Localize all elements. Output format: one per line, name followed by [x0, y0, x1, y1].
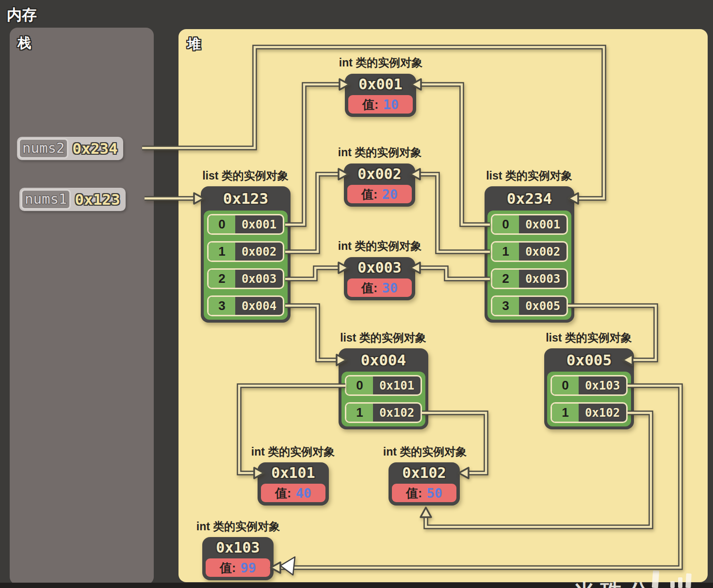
value-label: 值: — [362, 97, 378, 113]
object-address: 0x005 — [547, 348, 631, 372]
list-class-label: list 类的实例对象 — [202, 168, 289, 183]
object-address: 0x102 — [392, 462, 456, 484]
list-slot: 3 0x005 — [491, 295, 568, 316]
watermark-bars-icon — [652, 571, 659, 588]
variable-name: nums1 — [21, 189, 71, 210]
value-row: 值: 50 — [392, 484, 456, 502]
object-address: 0x123 — [204, 186, 288, 211]
list-object-0x123: 0x123 0 0x001 1 0x002 2 0x003 3 0x004 — [201, 186, 291, 323]
object-address: 0x004 — [341, 348, 425, 372]
slot-reference: 0x102 — [579, 404, 626, 422]
value-label: 值: — [361, 186, 377, 202]
object-address: 0x103 — [206, 537, 270, 558]
object-address: 0x001 — [348, 74, 413, 95]
list-slot: 1 0x002 — [491, 241, 568, 262]
page-title: 内存 — [7, 5, 37, 25]
slot-reference: 0x101 — [373, 376, 421, 394]
slot-reference: 0x103 — [579, 376, 626, 394]
watermark-bars-icon — [670, 581, 675, 588]
list-slot: 2 0x003 — [207, 268, 284, 289]
value-row: 值: 30 — [347, 278, 412, 297]
value-row: 值: 20 — [347, 185, 412, 203]
heap-panel-label: 堆 — [187, 35, 201, 53]
list-slot: 3 0x004 — [207, 295, 284, 316]
int-class-label: int 类的实例对象 — [339, 55, 423, 70]
slot-index: 0 — [209, 215, 235, 233]
slot-index: 3 — [209, 297, 235, 315]
value-number: 20 — [382, 187, 398, 202]
value-label: 值: — [275, 485, 291, 501]
slot-reference: 0x003 — [235, 270, 283, 288]
value-label: 值: — [220, 560, 236, 576]
value-number: 99 — [240, 560, 256, 575]
int-object-0x103: 0x103 值: 99 — [202, 537, 274, 580]
object-address: 0x002 — [347, 163, 412, 185]
slot-reference: 0x004 — [235, 297, 283, 315]
slot-reference: 0x005 — [519, 297, 567, 315]
slot-index: 0 — [346, 376, 373, 394]
list-slot: 0 0x001 — [491, 214, 568, 235]
value-row: 值: 99 — [206, 558, 270, 577]
stack-variable-nums1: nums1 0x123 — [19, 188, 126, 211]
list-slots: 0 0x001 1 0x002 2 0x003 3 0x004 — [204, 211, 288, 320]
value-row: 值: 10 — [348, 95, 413, 114]
slot-index: 0 — [492, 215, 519, 233]
slot-index: 1 — [552, 404, 579, 422]
int-object-0x102: 0x102 值: 50 — [389, 462, 460, 506]
slot-index: 0 — [552, 376, 579, 394]
slot-index: 1 — [492, 243, 519, 261]
int-object-0x101: 0x101 值: 40 — [258, 462, 329, 506]
variable-value: 0x123 — [71, 191, 124, 208]
list-slot: 0 0x103 — [551, 375, 628, 396]
list-slots: 0 0x103 1 0x102 — [547, 372, 631, 426]
list-class-label: list 类的实例对象 — [340, 330, 426, 345]
stack-panel — [10, 28, 154, 585]
int-object-0x003: 0x003 值: 30 — [344, 257, 415, 300]
object-address: 0x101 — [261, 462, 325, 484]
list-object-0x004: 0x004 0 0x101 1 0x102 — [339, 348, 428, 429]
slot-reference: 0x003 — [519, 270, 567, 288]
list-slot: 0 0x001 — [207, 214, 284, 235]
list-slots: 0 0x101 1 0x102 — [341, 372, 425, 426]
slot-reference: 0x001 — [519, 215, 567, 233]
slot-reference: 0x102 — [373, 404, 421, 422]
value-label: 值: — [406, 485, 422, 501]
slot-reference: 0x001 — [235, 215, 283, 233]
int-class-label: int 类的实例对象 — [251, 444, 335, 459]
slot-index: 1 — [346, 404, 373, 422]
list-slot: 1 0x102 — [551, 402, 628, 423]
slot-reference: 0x002 — [235, 243, 283, 261]
list-class-label: list 类的实例对象 — [546, 330, 632, 345]
watermark-bars-icon — [678, 577, 682, 588]
object-address: 0x003 — [347, 257, 412, 278]
object-address: 0x234 — [487, 186, 571, 211]
list-slot: 2 0x003 — [491, 268, 568, 289]
stack-panel-label: 栈 — [17, 34, 31, 52]
int-class-label: int 类的实例对象 — [338, 145, 422, 160]
slot-index: 1 — [209, 243, 235, 261]
list-slot: 1 0x002 — [207, 241, 284, 262]
variable-name: nums2 — [18, 138, 68, 159]
slot-index: 3 — [492, 297, 519, 315]
watermark-bars-icon — [685, 573, 692, 588]
value-row: 值: 40 — [261, 484, 325, 502]
list-object-0x005: 0x005 0 0x103 1 0x102 — [544, 348, 634, 429]
list-slot: 1 0x102 — [345, 402, 422, 423]
list-slot: 0 0x101 — [345, 375, 422, 396]
int-object-0x001: 0x001 值: 10 — [345, 74, 416, 117]
slot-reference: 0x002 — [519, 243, 567, 261]
value-label: 值: — [361, 280, 377, 296]
watermark-text: 米珠分 — [573, 578, 655, 588]
int-class-label: int 类的实例对象 — [338, 239, 422, 254]
variable-value: 0x234 — [68, 140, 121, 157]
int-class-label: int 类的实例对象 — [383, 444, 467, 459]
slot-index: 2 — [209, 270, 235, 288]
value-number: 30 — [382, 280, 398, 295]
stack-variable-nums2: nums2 0x234 — [17, 137, 123, 160]
int-class-label: int 类的实例对象 — [196, 519, 280, 534]
value-number: 40 — [295, 486, 311, 501]
value-number: 10 — [383, 97, 399, 112]
value-number: 50 — [426, 486, 442, 501]
list-slots: 0 0x001 1 0x002 2 0x003 3 0x005 — [487, 211, 571, 320]
slot-index: 2 — [492, 270, 519, 288]
